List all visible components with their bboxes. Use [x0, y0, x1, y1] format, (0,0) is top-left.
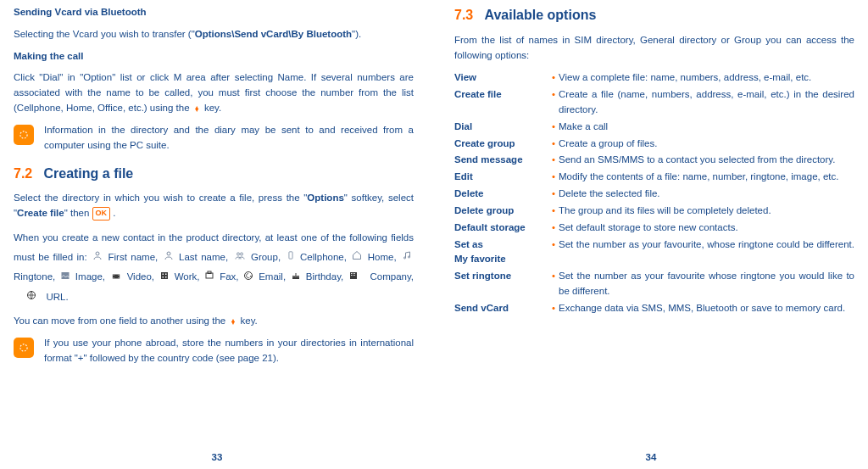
option-row: Create file•Create a file (name, numbers…: [454, 87, 854, 119]
option-name: Delete: [454, 186, 552, 203]
tip-box-international: If you use your phone abroad, store the …: [14, 336, 414, 366]
option-row: Send message•Send an SMS/MMS to a contac…: [454, 152, 854, 169]
svg-rect-8: [62, 272, 70, 279]
person-icon: [164, 248, 174, 267]
section-heading-7-2: 7.2 Creating a file: [14, 164, 414, 185]
text-fragment: Select the directory in which you wish t…: [14, 193, 307, 203]
svg-rect-22: [292, 276, 299, 279]
svg-rect-12: [118, 275, 119, 276]
bullet-icon: •: [552, 70, 559, 87]
field-name: Birthday,: [306, 271, 344, 282]
option-row: Set asMy favorite•Set the number as your…: [454, 237, 854, 269]
tip-box-pc-suite: Information in the directory and the dia…: [14, 123, 414, 154]
svg-rect-23: [295, 273, 296, 276]
tip-text: If you use your phone abroad, store the …: [44, 336, 414, 366]
svg-rect-30: [354, 275, 355, 276]
field-name: Company,: [370, 271, 414, 282]
cellphone-icon: [287, 248, 295, 267]
field-name: Work,: [175, 271, 200, 282]
option-desc: View a complete file: name, numbers, add…: [559, 70, 854, 87]
section-number: 7.2: [14, 166, 32, 181]
option-name: Create group: [454, 136, 552, 153]
option-desc: Send an SMS/MMS to a contact you selecte…: [559, 152, 854, 169]
section-number: 7.3: [454, 8, 473, 22]
svg-rect-27: [354, 273, 355, 274]
paragraph-create-file: Select the directory in which you wish t…: [14, 191, 414, 221]
page-left: Sending Vcard via Bluetooth Selecting th…: [0, 0, 434, 469]
option-name: Delete group: [454, 203, 552, 220]
bullet-icon: •: [552, 169, 559, 186]
bullet-icon: •: [552, 152, 559, 169]
option-row: Send vCard•Exchange data via SMS, MMS, B…: [454, 300, 854, 317]
options-table: View•View a complete file: name, numbers…: [454, 70, 854, 316]
svg-point-3: [236, 253, 239, 255]
option-desc: Set the number as your favourite, whose …: [559, 237, 854, 269]
option-name: Default storage: [454, 220, 552, 237]
option-desc: Set default storage to store new contact…: [559, 220, 854, 237]
option-name: View: [454, 70, 552, 87]
heading-making-call: Making the call: [14, 49, 414, 64]
option-row: View•View a complete file: name, numbers…: [454, 70, 854, 87]
bullet-icon: •: [552, 87, 559, 119]
tip-icon: [14, 125, 34, 145]
field-name: Ringtone,: [14, 271, 55, 282]
ok-key-icon: OK: [92, 207, 111, 221]
svg-rect-17: [162, 276, 164, 278]
nav-key-icon: ▲▼: [230, 319, 236, 325]
bullet-icon: •: [552, 268, 559, 300]
text-fragment: " then: [64, 208, 90, 218]
option-desc: The group and its files will be complete…: [559, 203, 854, 220]
option-row: Set ringtone•Set the number as your favo…: [454, 268, 854, 300]
option-desc: Set the number as your favourite whose r…: [559, 268, 854, 300]
svg-rect-15: [162, 273, 164, 275]
bullet-icon: •: [552, 119, 559, 136]
svg-point-32: [20, 344, 27, 351]
field-name: Image,: [75, 271, 105, 282]
bullet-icon: •: [552, 220, 559, 237]
option-row: Create group•Create a group of files.: [454, 136, 854, 153]
text-fragment: Selecting the Vcard you wish to transfer…: [14, 29, 195, 39]
section-heading-7-3: 7.3 Available options: [454, 5, 854, 26]
video-icon: [110, 268, 122, 288]
section-title: Creating a file: [43, 166, 133, 181]
field-name: Last name,: [179, 252, 228, 262]
image-icon: [60, 268, 70, 288]
page-right: 7.3 Available options From the list of n…: [434, 0, 868, 469]
home-icon: [352, 248, 362, 267]
page-number: 34: [434, 450, 868, 466]
svg-point-2: [167, 252, 170, 255]
option-name: Create file: [454, 87, 552, 119]
field-name: Fax,: [220, 271, 238, 282]
svg-rect-20: [208, 271, 211, 274]
svg-rect-10: [114, 275, 114, 276]
fax-icon: [204, 268, 214, 288]
svg-point-21: [245, 271, 253, 279]
option-name: Send message: [454, 152, 552, 169]
field-name: Email,: [259, 271, 286, 282]
bullet-icon: •: [552, 186, 559, 203]
svg-rect-28: [351, 275, 352, 276]
option-desc: Create a group of files.: [559, 136, 854, 153]
option-desc: Modify the contents of a file: name, num…: [559, 169, 854, 186]
text-bold-fragment: Create file: [17, 208, 64, 218]
option-row: Default storage•Set default storage to s…: [454, 220, 854, 237]
svg-point-4: [240, 253, 242, 255]
text-fragment: key.: [204, 103, 221, 113]
text-fragment: You can move from one field to another u…: [14, 315, 225, 326]
paragraph-making-call: Click "Dial" in "Option" list or click M…: [14, 70, 414, 115]
option-row: Delete group•The group and its files wil…: [454, 203, 854, 220]
svg-rect-14: [161, 272, 168, 279]
option-desc: Make a call: [559, 119, 854, 136]
paragraph-options-intro: From the list of names in SIM directory,…: [454, 33, 854, 64]
option-desc: Delete the selected file.: [559, 186, 854, 203]
field-name: Home,: [368, 252, 397, 262]
document-spread: Sending Vcard via Bluetooth Selecting th…: [0, 0, 868, 469]
svg-rect-25: [351, 273, 352, 274]
section-title: Available options: [484, 8, 596, 22]
bullet-icon: •: [552, 237, 559, 269]
option-row: Dial•Make a call: [454, 119, 854, 136]
svg-rect-5: [288, 252, 292, 259]
svg-point-7: [409, 256, 410, 258]
svg-point-0: [20, 131, 27, 138]
svg-rect-16: [165, 273, 167, 275]
